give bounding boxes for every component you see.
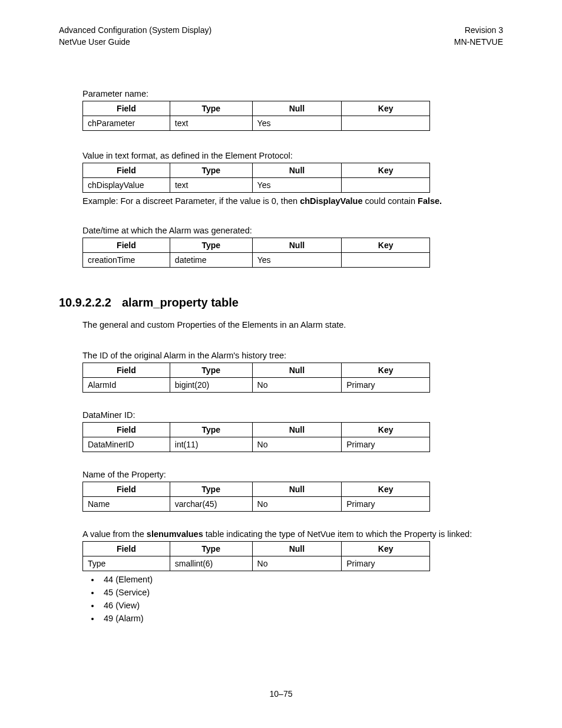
cell-type: varchar(45) [170, 497, 252, 512]
section-number: 10.9.2.2.2 [59, 296, 111, 309]
th-field: Field [83, 163, 170, 178]
th-key: Key [342, 238, 430, 253]
th-field: Field [83, 423, 170, 437]
caption-chdisplayvalue: Value in text format, as defined in the … [82, 151, 503, 160]
cell-key [342, 178, 430, 193]
cell-null: Yes [252, 178, 342, 193]
th-null: Null [252, 238, 342, 253]
list-item: 46 (View) [100, 601, 503, 610]
cell-null: No [252, 437, 342, 452]
page-header: Advanced Configuration (System Display) … [59, 25, 503, 48]
table-header-row: Field Type Null Key [83, 363, 430, 378]
table-name: Field Type Null Key Name varchar(45) No … [82, 482, 430, 512]
cell-field: chDisplayValue [83, 178, 170, 193]
caption-name: Name of the Property: [82, 470, 503, 479]
caption-alarmid: The ID of the original Alarm in the Alar… [82, 351, 503, 360]
table-row: chDisplayValue text Yes [83, 178, 430, 193]
table-type: Field Type Null Key Type smallint(6) No … [82, 541, 430, 571]
cell-key: Primary [342, 378, 430, 393]
table-header-row: Field Type Null Key [83, 482, 430, 497]
cell-field: DataMinerID [83, 437, 170, 452]
section-title: alarm_property table [122, 296, 239, 309]
cell-null: No [252, 497, 342, 512]
th-key: Key [342, 163, 430, 178]
th-null: Null [252, 101, 342, 116]
th-null: Null [252, 482, 342, 497]
th-key: Key [342, 101, 430, 116]
th-type: Type [170, 542, 252, 556]
example-text: Example: For a discreet Parameter, if th… [82, 196, 503, 206]
th-null: Null [252, 542, 342, 556]
block-dataminerid: DataMiner ID: Field Type Null Key DataMi… [82, 410, 503, 452]
section-intro: The general and custom Properties of the… [82, 320, 503, 330]
cell-type: int(11) [170, 437, 252, 452]
th-field: Field [83, 542, 170, 556]
cell-key [342, 116, 430, 131]
header-left-line2: NetVue User Guide [59, 37, 211, 48]
th-null: Null [252, 163, 342, 178]
cell-field: Type [83, 556, 170, 571]
caption-dataminerid: DataMiner ID: [82, 410, 503, 420]
cell-key: Primary [342, 556, 430, 571]
caption-type: A value from the slenumvalues table indi… [82, 529, 503, 539]
th-key: Key [342, 423, 430, 437]
table-header-row: Field Type Null Key [83, 163, 430, 178]
cell-field: creationTime [83, 253, 170, 268]
caption-creationtime: Date/time at which the Alarm was generat… [82, 226, 503, 235]
th-field: Field [83, 101, 170, 116]
th-null: Null [252, 423, 342, 437]
th-key: Key [342, 363, 430, 378]
table-row: Name varchar(45) No Primary [83, 497, 430, 512]
list-item: 44 (Element) [100, 575, 503, 584]
th-type: Type [170, 363, 252, 378]
cell-type: datetime [170, 253, 252, 268]
table-header-row: Field Type Null Key [83, 423, 430, 437]
block-creationtime: Date/time at which the Alarm was generat… [82, 226, 503, 268]
cell-null: No [252, 378, 342, 393]
block-type: A value from the slenumvalues table indi… [82, 529, 503, 623]
block-name: Name of the Property: Field Type Null Ke… [82, 470, 503, 512]
cell-key: Primary [342, 437, 430, 452]
table-dataminerid: Field Type Null Key DataMinerID int(11) … [82, 422, 430, 452]
section-heading: 10.9.2.2.2alarm_property table [59, 296, 503, 309]
header-right-line1: Revision 3 [454, 25, 503, 37]
list-item: 45 (Service) [100, 588, 503, 597]
th-type: Type [170, 482, 252, 497]
th-field: Field [83, 482, 170, 497]
table-creationtime: Field Type Null Key creationTime datetim… [82, 238, 430, 268]
th-type: Type [170, 163, 252, 178]
cell-field: chParameter [83, 116, 170, 131]
cell-key [342, 253, 430, 268]
table-row: chParameter text Yes [83, 116, 430, 131]
cell-null: Yes [252, 253, 342, 268]
table-row: DataMinerID int(11) No Primary [83, 437, 430, 452]
example-mid: could contain [363, 196, 418, 206]
table-chparameter: Field Type Null Key chParameter text Yes [82, 101, 430, 131]
th-type: Type [170, 238, 252, 253]
table-row: creationTime datetime Yes [83, 253, 430, 268]
cell-null: No [252, 556, 342, 571]
header-right-line2: MN-NETVUE [454, 37, 503, 48]
type-bullets: 44 (Element) 45 (Service) 46 (View) 49 (… [82, 575, 503, 623]
cell-null: Yes [252, 116, 342, 131]
th-field: Field [83, 363, 170, 378]
cell-field: AlarmId [83, 378, 170, 393]
page-number: 10–75 [0, 689, 562, 699]
cell-key: Primary [342, 497, 430, 512]
block-alarmid: The ID of the original Alarm in the Alar… [82, 351, 503, 393]
table-header-row: Field Type Null Key [83, 238, 430, 253]
cell-type: bigint(20) [170, 378, 252, 393]
table-alarmid: Field Type Null Key AlarmId bigint(20) N… [82, 363, 430, 393]
th-null: Null [252, 363, 342, 378]
header-left-line1: Advanced Configuration (System Display) [59, 25, 211, 37]
caption-type-bold: slenumvalues [147, 529, 203, 539]
table-chdisplayvalue: Field Type Null Key chDisplayValue text … [82, 163, 430, 193]
table-header-row: Field Type Null Key [83, 101, 430, 116]
example-bold2: False. [418, 196, 442, 206]
example-bold1: chDisplayValue [300, 196, 362, 206]
table-row: Type smallint(6) No Primary [83, 556, 430, 571]
cell-type: text [170, 178, 252, 193]
table-header-row: Field Type Null Key [83, 542, 430, 556]
cell-field: Name [83, 497, 170, 512]
cell-type: smallint(6) [170, 556, 252, 571]
